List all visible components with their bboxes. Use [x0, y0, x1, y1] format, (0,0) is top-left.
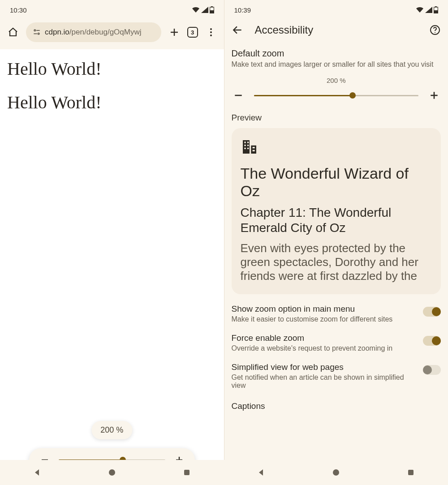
- page-title: Accessibility: [255, 24, 418, 36]
- svg-point-9: [210, 28, 212, 30]
- status-time: 10:30: [10, 6, 27, 14]
- settings-header: Accessibility: [224, 18, 448, 44]
- settings-content: Default zoom Make text and images larger…: [224, 44, 448, 485]
- setting-row[interactable]: Show zoom option in main menu Make it ea…: [232, 294, 441, 323]
- svg-point-26: [333, 469, 339, 476]
- zoom-bubble: 200 %: [91, 421, 132, 439]
- setting-sub: Override a website's request to prevent …: [232, 344, 418, 352]
- svg-point-3: [34, 30, 35, 31]
- svg-rect-17: [434, 10, 438, 13]
- setting-title: Simplified view for web pages: [232, 362, 418, 372]
- preview-body: Even with eyes protected by the green sp…: [241, 241, 432, 283]
- signal-icon: [201, 7, 208, 13]
- browser-bar: cdpn.io/pen/debug/gOqMywj 3: [0, 18, 224, 49]
- default-zoom-title: Default zoom: [232, 48, 441, 59]
- url-domain: cdpn.io: [45, 28, 69, 36]
- nav-back-button[interactable]: [30, 466, 44, 479]
- setting-toggle[interactable]: [423, 365, 441, 375]
- nav-home-button[interactable]: [329, 466, 343, 479]
- svg-point-11: [210, 34, 212, 36]
- setting-title: Show zoom option in main menu: [232, 304, 418, 314]
- help-button[interactable]: [428, 23, 442, 37]
- back-button[interactable]: [231, 23, 244, 37]
- battery-icon: [210, 6, 214, 13]
- hello-text-2: Hello World!: [7, 92, 217, 113]
- svg-rect-27: [408, 470, 414, 475]
- preview-chapter: Chapter 11: The Wonderful Emerald City o…: [241, 205, 432, 235]
- setting-row[interactable]: Force enable zoom Override a website's r…: [232, 323, 441, 352]
- site-settings-icon: [32, 28, 41, 37]
- setting-sub: Make it easier to customise zoom for dif…: [232, 315, 418, 323]
- default-zoom-value: 200 %: [232, 77, 441, 84]
- nav-back-button[interactable]: [254, 466, 268, 479]
- setting-row[interactable]: Simplified view for web pages Get notifi…: [232, 352, 441, 390]
- settings-list: Show zoom option in main menu Make it ea…: [232, 294, 441, 390]
- status-time: 10:39: [234, 6, 251, 14]
- default-zoom-slider[interactable]: [254, 95, 419, 96]
- setting-sub: Get notified when an article can be show…: [232, 373, 418, 390]
- new-tab-button[interactable]: [168, 26, 181, 39]
- nav-recent-button[interactable]: [180, 466, 194, 479]
- status-bar: 10:30: [0, 0, 224, 18]
- svg-rect-25: [184, 470, 190, 475]
- captions-row[interactable]: Captions: [232, 390, 441, 423]
- svg-point-20: [435, 32, 435, 33]
- nav-bar: [224, 460, 448, 485]
- nav-recent-button[interactable]: [404, 466, 418, 479]
- svg-point-24: [109, 469, 115, 476]
- signal-icon: [425, 7, 432, 13]
- address-bar[interactable]: cdpn.io/pen/debug/gOqMywj: [26, 22, 161, 42]
- zoom-out-button[interactable]: [232, 89, 245, 102]
- home-icon[interactable]: [6, 26, 20, 39]
- default-zoom-sub: Make text and images larger or smaller f…: [232, 60, 441, 69]
- zoom-in-button[interactable]: [427, 89, 441, 102]
- setting-toggle[interactable]: [423, 336, 441, 346]
- wifi-icon: [192, 7, 200, 13]
- setting-toggle[interactable]: [423, 307, 441, 317]
- setting-title: Force enable zoom: [232, 333, 418, 343]
- page-content: Hello World! Hello World! 200 %: [0, 49, 224, 485]
- hello-text-1: Hello World!: [7, 58, 217, 79]
- status-icons: [416, 6, 438, 13]
- buildings-icon: [241, 138, 258, 156]
- tabs-button[interactable]: 3: [187, 27, 198, 38]
- url-path: /pen/debug/gOqMywj: [69, 28, 142, 36]
- phone-left: 10:30 cdpn.io/pen/debug/gOqMywj 3 Hello …: [0, 0, 224, 485]
- default-zoom-slider-row: [232, 89, 441, 102]
- phone-right: 10:39 Accessibility Default zoom Make te…: [224, 0, 448, 485]
- status-bar: 10:39: [224, 0, 448, 18]
- svg-point-10: [210, 31, 212, 33]
- battery-icon: [434, 6, 438, 13]
- preview-label: Preview: [232, 113, 441, 123]
- nav-bar: [0, 460, 224, 485]
- preview-card: The Wonderful Wizard of Oz Chapter 11: T…: [232, 128, 441, 294]
- status-icons: [192, 6, 214, 13]
- tabs-count: 3: [191, 29, 194, 36]
- preview-heading: The Wonderful Wizard of Oz: [241, 165, 432, 200]
- svg-rect-2: [210, 10, 214, 13]
- svg-point-5: [38, 33, 39, 34]
- wifi-icon: [416, 7, 424, 13]
- more-menu-button[interactable]: [204, 26, 218, 39]
- nav-home-button[interactable]: [105, 466, 119, 479]
